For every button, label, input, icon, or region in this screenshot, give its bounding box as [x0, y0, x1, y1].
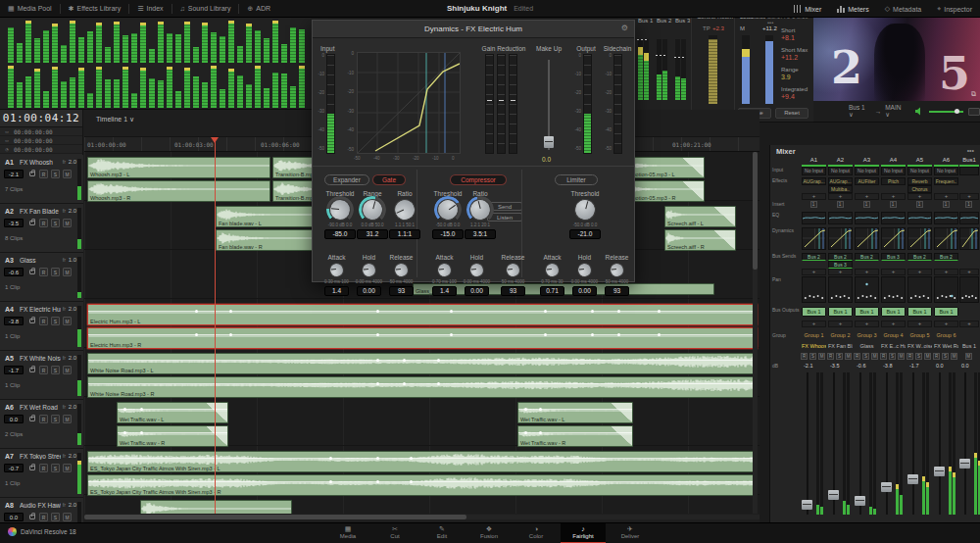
- effects-library-button[interactable]: ✱ Effects Library: [61, 0, 129, 17]
- lock-icon[interactable]: [29, 466, 35, 470]
- automation-keyframe[interactable]: [376, 359, 379, 362]
- mixer-fader-handle[interactable]: [855, 496, 865, 506]
- automation-keyframe[interactable]: [524, 431, 527, 434]
- mixer-pan-control[interactable]: [802, 276, 826, 303]
- mixer-solo-button[interactable]: S: [942, 353, 949, 360]
- audio-clip[interactable]: Electric Hum.mp3 - R: [87, 327, 758, 349]
- dynamics-transfer-graph[interactable]: [357, 52, 461, 154]
- mixer-fader-handle[interactable]: [802, 500, 812, 510]
- lim_release-value[interactable]: 93: [605, 286, 629, 296]
- track-level-value[interactable]: 0.0: [4, 513, 24, 521]
- mixer-insert-toggle[interactable]: 1: [810, 201, 817, 208]
- track-header-a2[interactable]: A2FX Fan Bladefr2.0-3.5RSM8 Clips: [0, 204, 83, 253]
- track-level-value[interactable]: -1.7: [4, 366, 24, 374]
- gate_release-knob[interactable]: [394, 263, 409, 277]
- automation-keyframe[interactable]: [403, 382, 406, 385]
- speaker-icon[interactable]: [914, 107, 923, 116]
- mixer-channel-header[interactable]: A4: [881, 157, 906, 167]
- lock-icon[interactable]: [29, 319, 35, 323]
- page-tab-deliver[interactable]: ✈Deliver: [608, 523, 653, 543]
- track-header-a1[interactable]: A1FX Whooshfr2.0-2.1RSM7 Clips: [0, 155, 83, 204]
- track-solo-button[interactable]: S: [51, 170, 60, 178]
- automation-keyframe[interactable]: [329, 457, 332, 460]
- gate_hold-value[interactable]: 0.00: [357, 286, 381, 296]
- automation-line[interactable]: [88, 481, 757, 482]
- mixer-eq-thumbnail[interactable]: [934, 212, 958, 224]
- automation-keyframe[interactable]: [329, 480, 332, 483]
- mixer-add-effect-button[interactable]: +: [855, 193, 879, 200]
- mixer-group-assign[interactable]: Group 6: [934, 332, 958, 340]
- track-level-value[interactable]: -0.7: [4, 464, 24, 472]
- playhead[interactable]: [215, 137, 216, 514]
- mixer-add-output-button[interactable]: +: [802, 321, 826, 327]
- mixer-add-effect-button[interactable]: +: [881, 193, 906, 200]
- loudness-reset-button[interactable]: Reset: [775, 108, 808, 119]
- mixer-add-effect-button[interactable]: +: [907, 193, 932, 200]
- mixer-add-send-button[interactable]: +: [855, 269, 879, 275]
- page-tab-fusion[interactable]: ❖Fusion: [466, 523, 512, 543]
- track-arm-button[interactable]: R: [39, 366, 48, 374]
- mixer-channel-header[interactable]: A3: [855, 157, 879, 167]
- page-tab-cut[interactable]: ✂Cut: [372, 523, 417, 543]
- audio-clip[interactable]: ES_Tokyo Japan City Traffic Atmos With S…: [87, 474, 758, 496]
- mixer-eq-thumbnail[interactable]: [802, 212, 826, 224]
- mixer-insert-toggle[interactable]: 1: [916, 201, 923, 208]
- mixer-input-select[interactable]: [959, 167, 979, 175]
- mixer-bus-output[interactable]: Bus 1: [881, 307, 906, 317]
- automation-keyframe[interactable]: [591, 310, 594, 313]
- track-mute-button[interactable]: M: [63, 170, 72, 178]
- mixer-dynamics-thumbnail[interactable]: [907, 227, 932, 250]
- mixer-effect-slot[interactable]: Reverb: [907, 177, 932, 185]
- track-header-a7[interactable]: A7FX Tokyo Streetfr2.0-0.7RSM1 Clip: [0, 449, 83, 498]
- mixer-arm-button[interactable]: R: [854, 353, 860, 360]
- mixer-input-select[interactable]: No Input: [802, 167, 826, 175]
- clip-fade-handle[interactable]: [611, 426, 632, 446]
- mixer-solo-button[interactable]: S: [915, 353, 922, 360]
- mixer-add-send-button[interactable]: +: [828, 269, 853, 275]
- mixer-solo-button[interactable]: S: [889, 353, 896, 360]
- automation-keyframe[interactable]: [410, 480, 413, 483]
- sound-library-button[interactable]: ♫ Sound Library: [172, 0, 239, 17]
- page-tab-media[interactable]: ▦Media: [325, 523, 370, 543]
- track-solo-button[interactable]: S: [51, 219, 60, 227]
- mixer-input-select[interactable]: No Input: [881, 167, 906, 175]
- inspector-toggle-button[interactable]: ⌖ Inspector: [929, 0, 980, 18]
- automation-keyframe[interactable]: [195, 333, 198, 336]
- index-button[interactable]: ☰ Index: [129, 0, 171, 17]
- comp_hold-value[interactable]: 0.00: [465, 286, 489, 296]
- automation-keyframe[interactable]: [140, 408, 143, 411]
- lim_threshold-knob[interactable]: [574, 199, 596, 221]
- mixer-pan-control[interactable]: [828, 276, 853, 303]
- automation-line[interactable]: [88, 311, 757, 312]
- track-arm-button[interactable]: R: [39, 317, 48, 325]
- track-solo-button[interactable]: S: [51, 366, 60, 374]
- automation-keyframe[interactable]: [450, 333, 453, 336]
- lock-icon[interactable]: [29, 368, 35, 372]
- track-solo-button[interactable]: S: [51, 415, 60, 423]
- track-mute-button[interactable]: M: [63, 317, 72, 325]
- mixer-effect-slot[interactable]: Pitch: [881, 177, 906, 185]
- mixer-bus-send[interactable]: Bus 2: [855, 253, 879, 261]
- comp_attack-knob[interactable]: [437, 263, 452, 277]
- automation-line[interactable]: [118, 409, 227, 410]
- track-arm-button[interactable]: R: [39, 513, 48, 521]
- automation-keyframe[interactable]: [544, 333, 547, 336]
- mixer-group-assign[interactable]: Group 2: [828, 332, 853, 340]
- mixer-solo-button[interactable]: S: [862, 353, 869, 360]
- compressor-tab[interactable]: Compressor: [450, 174, 507, 185]
- track-solo-button[interactable]: S: [51, 513, 60, 521]
- track-header-a5[interactable]: A5FX White Noisefr2.0-1.7RSM1 Clip: [0, 351, 83, 400]
- lim_release-knob[interactable]: [610, 263, 624, 277]
- mixer-group-assign[interactable]: Group 1: [802, 332, 826, 340]
- mixer-insert-toggle[interactable]: 1: [837, 201, 844, 208]
- automation-keyframe[interactable]: [437, 382, 440, 385]
- mixer-group-assign[interactable]: Group 5: [907, 332, 932, 340]
- audio-clip[interactable]: White Noise Road.mp3 - R: [87, 376, 758, 398]
- mixer-channel-header[interactable]: A6: [934, 157, 958, 167]
- automation-keyframe[interactable]: [403, 359, 406, 362]
- mixer-pan-control[interactable]: [959, 276, 979, 303]
- mixer-dynamics-thumbnail[interactable]: [934, 227, 958, 250]
- mixer-insert-toggle[interactable]: 1: [943, 201, 950, 208]
- automation-line[interactable]: [518, 432, 632, 433]
- mixer-arm-button[interactable]: R: [801, 353, 808, 360]
